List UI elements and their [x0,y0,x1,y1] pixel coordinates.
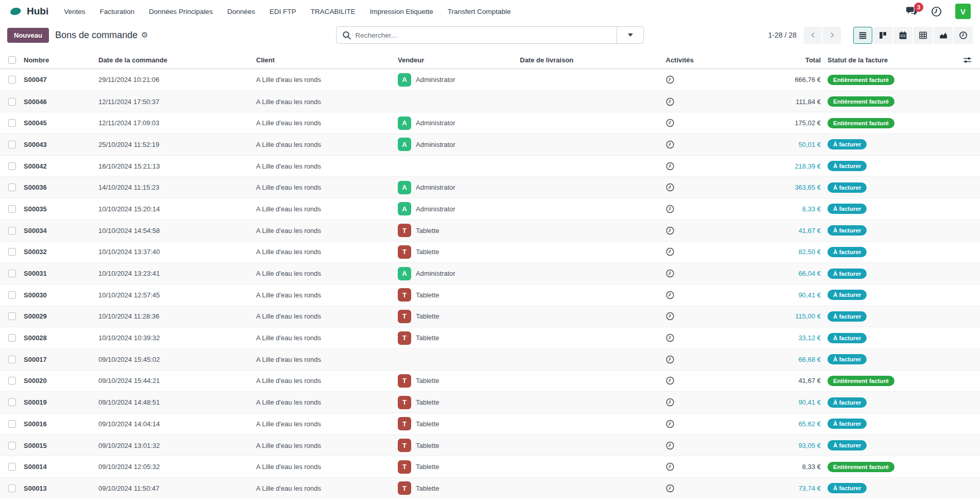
row-checkbox[interactable] [8,463,16,471]
table-row[interactable]: S00042 16/10/2024 15:21:13 A Lille d'eau… [0,155,980,177]
search-input[interactable] [356,31,617,39]
row-activity-clock-icon[interactable] [666,420,674,428]
table-row[interactable]: S00014 09/10/2024 12:05:32 A Lille d'eau… [0,456,980,477]
table-row[interactable]: S00016 09/10/2024 14:04:14 A Lille d'eau… [0,413,980,435]
delivery-date [517,327,663,348]
column-header-total[interactable]: Total [749,56,824,64]
row-activity-clock-icon[interactable] [666,183,674,192]
row-checkbox[interactable] [8,227,16,235]
order-number: S00031 [21,263,95,284]
row-activity-clock-icon[interactable] [666,119,674,127]
row-checkbox[interactable] [8,485,16,492]
calendar-view-button[interactable] [893,27,913,44]
row-checkbox[interactable] [8,312,16,320]
table-row[interactable]: S00013 09/10/2024 11:50:47 A Lille d'eau… [0,477,980,499]
row-activity-clock-icon[interactable] [666,355,674,364]
kanban-view-button[interactable] [873,27,892,44]
list-view-button[interactable] [853,27,872,44]
row-checkbox[interactable] [8,205,16,213]
row-checkbox[interactable] [8,141,16,148]
row-checkbox[interactable] [8,248,16,256]
vendor-avatar: T [398,224,411,237]
row-activity-clock-icon[interactable] [666,291,674,299]
column-header-vendeur[interactable]: Vendeur [395,56,517,64]
column-header-statut[interactable]: Statut de la facture [824,56,954,64]
row-activity-clock-icon[interactable] [666,140,674,149]
nav-item-donnees[interactable]: Données [227,8,255,15]
table-row[interactable]: S00029 10/10/2024 11:28:36 A Lille d'eau… [0,306,980,327]
column-header-activites[interactable]: Activités [663,56,749,64]
graph-view-button[interactable] [934,27,953,44]
row-checkbox[interactable] [8,291,16,299]
app-brand[interactable]: Hubi [9,6,48,17]
table-row[interactable]: S00045 12/11/2024 17:09:03 A Lille d'eau… [0,112,980,133]
pager-range[interactable]: 1-28 / 28 [768,31,797,39]
column-header-client[interactable]: Client [253,56,395,64]
row-activity-clock-icon[interactable] [666,376,674,385]
row-activity-clock-icon[interactable] [666,484,674,493]
table-row[interactable]: S00036 14/10/2024 11:15:23 A Lille d'eau… [0,176,980,198]
nav-item-facturation[interactable]: Facturation [100,8,135,15]
row-activity-clock-icon[interactable] [666,269,674,278]
nav-item-impression-etiquette[interactable]: Impression Etiquette [370,8,433,15]
pager-previous-button[interactable] [804,27,822,44]
user-avatar[interactable]: V [955,4,971,19]
nav-item-transfert-comptable[interactable]: Transfert Comptable [448,8,511,15]
table-row[interactable]: S00043 25/10/2024 11:52:19 A Lille d'eau… [0,133,980,155]
row-activity-clock-icon[interactable] [666,398,674,407]
row-activity-clock-icon[interactable] [666,162,674,171]
table-row[interactable]: S00032 10/10/2024 13:37:40 A Lille d'eau… [0,241,980,263]
table-row[interactable]: S00015 09/10/2024 13:01:32 A Lille d'eau… [0,435,980,456]
order-date: 10/10/2024 13:23:41 [95,263,253,284]
row-activity-clock-icon[interactable] [666,312,674,321]
search-dropdown-toggle[interactable] [617,27,644,43]
table-row[interactable]: S00046 12/11/2024 17:50:37 A Lille d'eau… [0,91,980,112]
table-row[interactable]: S00035 10/10/2024 15:20:14 A Lille d'eau… [0,198,980,220]
select-all-checkbox[interactable] [8,56,16,64]
messages-button[interactable]: 3 [906,6,918,16]
row-checkbox[interactable] [8,162,16,170]
row-activity-clock-icon[interactable] [666,333,674,342]
pivot-view-button[interactable] [914,27,933,44]
table-row[interactable]: S00034 10/10/2024 14:54:58 A Lille d'eau… [0,220,980,241]
new-button[interactable]: Nouveau [7,28,49,43]
row-activity-clock-icon[interactable] [666,205,674,213]
row-checkbox[interactable] [8,76,16,84]
row-checkbox[interactable] [8,119,16,127]
table-row[interactable]: S00028 10/10/2024 10:39:32 A Lille d'eau… [0,327,980,348]
row-checkbox[interactable] [8,442,16,449]
nav-item-edi-ftp[interactable]: EDI FTP [269,8,296,15]
column-header-nombre[interactable]: Nombre [21,56,95,64]
row-checkbox[interactable] [8,334,16,342]
row-checkbox[interactable] [8,270,16,277]
title-gear-icon[interactable]: ⚙ [141,30,148,40]
row-checkbox[interactable] [8,377,16,385]
row-checkbox[interactable] [8,398,16,406]
table-row[interactable]: S00019 09/10/2024 14:48:51 A Lille d'eau… [0,391,980,413]
table-row[interactable]: S00030 10/10/2024 12:57:45 A Lille d'eau… [0,284,980,306]
column-header-date-livraison[interactable]: Date de livraison [517,56,663,64]
table-row[interactable]: S00047 29/11/2024 10:21:06 A Lille d'eau… [0,69,980,91]
row-checkbox[interactable] [8,98,16,106]
row-checkbox[interactable] [8,420,16,428]
activity-menu-button[interactable] [931,6,942,17]
table-row[interactable]: S00031 10/10/2024 13:23:41 A Lille d'eau… [0,262,980,284]
row-checkbox[interactable] [8,356,16,363]
pager-next-button[interactable] [823,27,841,44]
table-row[interactable]: S00017 09/10/2024 15:45:02 A Lille d'eau… [0,348,980,370]
nav-item-tracabilite[interactable]: TRACABILITE [311,8,356,15]
row-activity-clock-icon[interactable] [666,462,674,471]
row-activity-clock-icon[interactable] [666,247,674,256]
row-activity-clock-icon[interactable] [666,97,674,106]
row-activity-clock-icon[interactable] [666,75,674,84]
delivery-date [517,306,663,327]
row-activity-clock-icon[interactable] [666,226,674,235]
table-row[interactable]: S00020 09/10/2024 15:44:21 A Lille d'eau… [0,370,980,392]
nav-item-donnees-principales[interactable]: Données Principales [149,8,213,15]
column-header-date-commande[interactable]: Date de la commande [95,56,253,64]
row-activity-clock-icon[interactable] [666,441,674,450]
activity-view-button[interactable] [954,27,973,44]
row-checkbox[interactable] [8,183,16,191]
optional-columns-icon[interactable] [963,56,972,64]
nav-item-ventes[interactable]: Ventes [64,8,85,15]
